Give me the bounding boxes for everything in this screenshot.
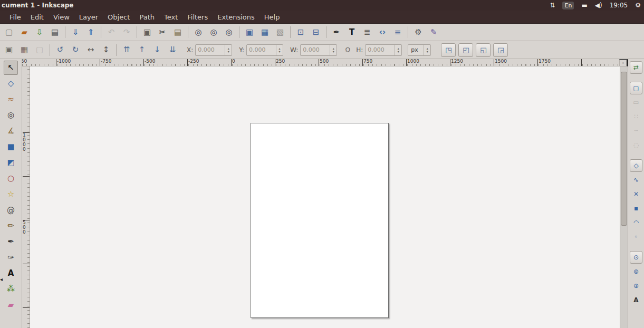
field-input[interactable] (301, 45, 330, 55)
cmd-new-document[interactable]: ▢ (2, 25, 16, 40)
field-spinbox[interactable]: ▴▾ (300, 44, 337, 56)
spinner-down-icon[interactable]: ▾ (427, 50, 428, 53)
snap-nodes[interactable]: ◇ (630, 159, 642, 172)
cmd-paste[interactable]: ▤ (170, 25, 185, 40)
tool-calligraphy[interactable]: ✑ (4, 250, 18, 265)
snap-bbox-edges[interactable]: ▭ (630, 96, 642, 109)
cmd-import-bitmap[interactable]: ⇓ (68, 25, 83, 40)
ctrl-select-all[interactable]: ▣ (2, 43, 16, 57)
cmd-fill-stroke-dialog[interactable]: ✒ (329, 25, 344, 40)
field-spinbox[interactable]: ▴▾ (246, 44, 283, 56)
tray-network-updown-icon[interactable]: ⇅ (550, 2, 555, 8)
scale-stroke-toggle[interactable]: ◳ (441, 43, 456, 57)
tool-selector[interactable]: ↖ (4, 61, 18, 75)
field-spinbox[interactable]: ▴▾ (195, 44, 232, 56)
panel-collapse-arrow[interactable]: ◂ (0, 276, 4, 283)
tool-tweak[interactable]: ≈ (4, 92, 18, 107)
cmd-layers-dialog[interactable]: ≣ (360, 25, 374, 40)
snap-other-points[interactable]: ⊙ (630, 251, 642, 264)
cmd-preferences[interactable]: ⚙ (411, 25, 426, 40)
spinner-down-icon[interactable]: ▾ (398, 50, 399, 53)
document-page[interactable] (251, 123, 389, 318)
snap-cusp-nodes[interactable]: ▪ (630, 202, 642, 215)
menu-item-view[interactable]: View (49, 12, 74, 23)
snap-paths[interactable]: ∿ (630, 173, 642, 186)
horizontal-ruler[interactable]: -1250 -1000 -750 -500 -250 0 250 500 (22, 59, 619, 66)
snap-bounding-box[interactable]: ▢ (630, 82, 642, 94)
cmd-cut[interactable]: ✂ (155, 25, 170, 40)
ctrl-rotate-90-cw[interactable]: ↻ (68, 43, 83, 57)
tool-measure[interactable]: ∡ (4, 124, 18, 138)
snap-line-midpoints[interactable]: ◦ (630, 230, 642, 243)
menu-item-object[interactable]: Object (103, 12, 134, 23)
tool-text[interactable]: A (4, 266, 18, 281)
cmd-align-distribute-dialog[interactable]: ≡ (390, 25, 405, 40)
ctrl-raise-to-top[interactable]: ⇈ (119, 43, 134, 57)
tool-spiral[interactable]: @ (4, 203, 18, 217)
tool-rectangle[interactable]: ■ (4, 140, 18, 154)
cmd-save-document[interactable]: ⇩ (32, 25, 47, 40)
menu-item-text[interactable]: Text (160, 12, 182, 23)
scrollbar-thumb[interactable] (621, 72, 627, 226)
ctrl-raise[interactable]: ↑ (134, 43, 149, 57)
menu-item-extensions[interactable]: Extensions (213, 12, 259, 23)
cmd-create-clone[interactable]: ▦ (257, 25, 272, 40)
move-patterns-toggle[interactable]: ◲ (493, 43, 508, 57)
cmd-redo[interactable]: ↷ (119, 25, 134, 40)
snap-bbox-centers[interactable]: ◌ (630, 139, 642, 151)
cmd-unlink-clone[interactable]: ▧ (273, 25, 287, 40)
spinner-buttons[interactable]: ▴▾ (225, 45, 232, 55)
spinner-buttons[interactable]: ▴▾ (330, 45, 337, 55)
canvas[interactable] (30, 66, 620, 328)
snap-bbox-edge-midpoints[interactable]: ┄ (630, 124, 642, 137)
tool-node-editor[interactable]: ◇ (4, 76, 18, 91)
field-input[interactable] (247, 45, 276, 55)
tray-battery-icon[interactable]: ▬ (581, 2, 587, 8)
tray-keyboard-layout-badge[interactable]: En (562, 2, 574, 9)
snap-text-baseline[interactable]: A (630, 294, 642, 306)
snap-path-intersections[interactable]: ✕ (630, 188, 642, 200)
tool-eraser[interactable]: ▰ (4, 298, 18, 312)
tool-bezier-pen[interactable]: ✒ (4, 235, 18, 249)
field-input[interactable] (196, 45, 225, 55)
cmd-undo[interactable]: ↶ (104, 25, 119, 40)
cmd-copy[interactable]: ▣ (140, 25, 155, 40)
tool-pencil[interactable]: ✏ (4, 219, 18, 233)
tray-session-gear-icon[interactable]: ⚙ (635, 2, 641, 8)
cmd-zoom-to-selection[interactable]: ◎ (191, 25, 206, 40)
tray-volume-icon[interactable]: ◀) (595, 2, 602, 8)
snap-object-centers[interactable]: ⊚ (630, 265, 642, 278)
menu-item-edit[interactable]: Edit (26, 12, 48, 23)
cmd-text-dialog[interactable]: T (344, 25, 359, 40)
menu-item-filters[interactable]: Filters (183, 12, 212, 23)
ctrl-lower-to-bottom[interactable]: ⇊ (165, 43, 180, 57)
height-input[interactable] (366, 45, 395, 55)
snap-smooth-nodes[interactable]: ◠ (630, 216, 642, 229)
spinner-buttons[interactable]: ▴▾ (395, 45, 401, 55)
cmd-duplicate[interactable]: ▣ (242, 25, 257, 40)
spinner-down-icon[interactable]: ▾ (333, 50, 334, 53)
scale-corners-toggle[interactable]: ◰ (458, 43, 473, 57)
spinner-buttons[interactable]: ▴▾ (276, 45, 283, 55)
cmd-export-bitmap[interactable]: ⇑ (83, 25, 98, 40)
menu-item-layer[interactable]: Layer (75, 12, 102, 23)
tool-star[interactable]: ☆ (4, 187, 18, 201)
tool-ellipse[interactable]: ○ (4, 171, 18, 186)
snap-rotation-centers[interactable]: ⊕ (630, 279, 642, 292)
menu-item-help[interactable]: Help (260, 12, 284, 23)
spinner-down-icon[interactable]: ▾ (279, 50, 281, 53)
tray-clock[interactable]: 19:05 (610, 2, 628, 9)
tool-spray[interactable]: ⁂ (4, 282, 18, 296)
ctrl-flip-horizontal[interactable]: ↔ (83, 43, 98, 57)
tool-3d-box[interactable]: ◩ (4, 156, 18, 170)
spinner-buttons[interactable]: ▴▾ (424, 45, 430, 55)
ctrl-deselect[interactable]: ▢ (32, 43, 47, 57)
ctrl-flip-vertical[interactable]: ↕ (99, 43, 113, 57)
ctrl-select-all-in-all-layers[interactable]: ▦ (17, 43, 32, 57)
units-dropdown[interactable]: px ▴▾ (408, 44, 431, 56)
cmd-zoom-to-drawing[interactable]: ◎ (206, 25, 221, 40)
cmd-document-properties[interactable]: ✎ (426, 25, 441, 40)
snap-enable[interactable]: ⇄ (630, 61, 642, 74)
cmd-open-document[interactable]: ▰ (17, 25, 32, 40)
vertical-scrollbar[interactable] (620, 66, 628, 328)
